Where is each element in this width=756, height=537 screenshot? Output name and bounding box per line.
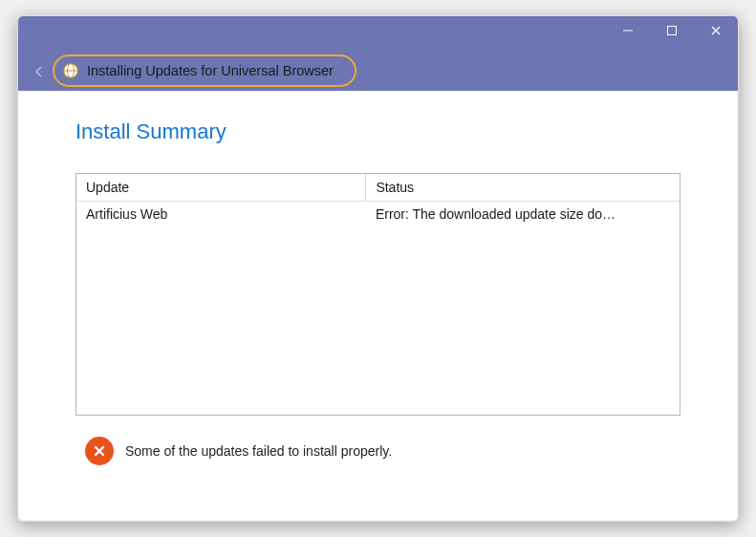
window-controls: [606, 16, 738, 45]
table-header-row: Update Status: [76, 174, 680, 202]
cell-update-name: Artificius Web: [76, 202, 366, 227]
col-header-status[interactable]: Status: [366, 174, 680, 202]
col-header-update[interactable]: Update: [76, 174, 366, 202]
error-icon: [85, 437, 114, 465]
maximize-button[interactable]: [650, 16, 694, 45]
minimize-button[interactable]: [606, 16, 650, 45]
page-heading: Install Summary: [76, 119, 680, 144]
title-pill: Installing Updates for Universal Browser: [53, 54, 356, 87]
back-arrow-icon[interactable]: [30, 62, 49, 81]
table-row[interactable]: Artificius Web Error: The downloaded upd…: [76, 202, 680, 227]
installer-window: Installing Updates for Universal Browser…: [17, 15, 739, 522]
summary-table: Update Status Artificius Web Error: The …: [76, 174, 680, 226]
footer-message: Some of the updates failed to install pr…: [85, 437, 680, 465]
globe-icon: [62, 62, 79, 79]
content-area: Install Summary Update Status Artificius…: [18, 91, 738, 484]
footer-text: Some of the updates failed to install pr…: [125, 443, 392, 459]
close-button[interactable]: [694, 16, 738, 45]
summary-table-container: Update Status Artificius Web Error: The …: [76, 173, 680, 416]
titlebar: Installing Updates for Universal Browser: [18, 16, 738, 91]
svg-rect-1: [668, 27, 677, 35]
cell-status: Error: The downloaded update size do…: [366, 202, 680, 227]
window-title: Installing Updates for Universal Browser: [87, 63, 334, 78]
